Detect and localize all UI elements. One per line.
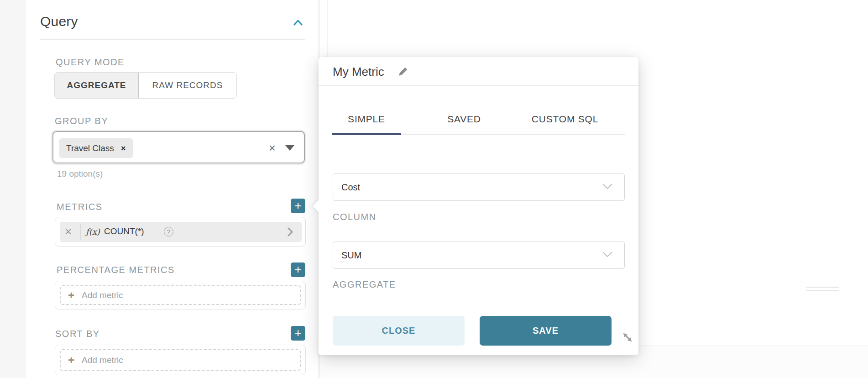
aggregate-value: SUM xyxy=(341,250,602,261)
left-gutter xyxy=(0,0,26,378)
percentage-metrics-container: + Add metric xyxy=(55,281,306,310)
query-control-panel: Query QUERY MODE AGGREGATE RAW RECORDS G… xyxy=(26,0,319,378)
metric-popover-tabs: SIMPLE SAVED CUSTOM SQL xyxy=(319,103,638,137)
metrics-label: METRICS xyxy=(57,202,103,212)
fx-icon: ƒ(x) xyxy=(86,227,100,236)
drag-handle-bar xyxy=(806,287,839,288)
metrics-container: × ƒ(x) COUNT(*) ? xyxy=(55,217,306,247)
query-mode-label: QUERY MODE xyxy=(56,57,125,68)
aggregate-button[interactable]: AGGREGATE xyxy=(55,73,139,98)
group-by-label: GROUP BY xyxy=(55,116,108,126)
add-percentage-metric-button[interactable]: + xyxy=(291,262,305,277)
plus-icon: + xyxy=(294,327,301,339)
metric-name: COUNT(*) xyxy=(104,226,144,236)
metric-item[interactable]: × ƒ(x) COUNT(*) ? xyxy=(60,222,302,242)
chevron-down-icon xyxy=(602,251,612,259)
remove-tag-icon[interactable]: × xyxy=(121,144,126,152)
sort-by-add-metric-dropzone[interactable]: + Add metric xyxy=(60,349,301,371)
sort-by-label: SORT BY xyxy=(55,329,100,339)
pill-divider xyxy=(80,224,81,240)
section-divider xyxy=(40,39,305,40)
tab-simple[interactable]: SIMPLE xyxy=(332,108,401,130)
plus-icon: + xyxy=(294,263,301,275)
column-label: COLUMN xyxy=(333,212,376,222)
close-button[interactable]: CLOSE xyxy=(333,316,465,346)
help-icon[interactable]: ? xyxy=(164,227,173,236)
aggregate-select[interactable]: SUM xyxy=(333,242,625,269)
save-button[interactable]: SAVE xyxy=(480,316,612,346)
pill-divider xyxy=(280,224,280,240)
caret-down-icon[interactable] xyxy=(285,145,294,151)
options-count: 19 option(s) xyxy=(57,169,103,179)
plus-icon: + xyxy=(68,290,74,301)
plus-icon: + xyxy=(294,200,301,211)
group-by-select[interactable]: Travel Class × × xyxy=(52,131,305,163)
resize-icon[interactable] xyxy=(621,331,634,344)
popover-header-divider xyxy=(319,85,638,86)
chevron-down-icon xyxy=(602,183,612,191)
sort-by-container: + Add metric xyxy=(55,345,306,375)
raw-records-button[interactable]: RAW RECORDS xyxy=(139,73,236,98)
chevron-right-icon[interactable] xyxy=(287,227,293,237)
chart-builder-screen: Query QUERY MODE AGGREGATE RAW RECORDS G… xyxy=(0,0,868,378)
tag-label: Travel Class xyxy=(66,143,114,153)
column-select[interactable]: Cost xyxy=(333,173,625,201)
tab-custom-sql[interactable]: CUSTOM SQL xyxy=(522,108,608,130)
popover-title: My Metric xyxy=(333,65,384,79)
metric-edit-popover: My Metric SIMPLE SAVED CUSTOM SQL COLUMN… xyxy=(319,57,638,355)
percentage-add-metric-dropzone[interactable]: + Add metric xyxy=(60,285,301,305)
percentage-metrics-label: PERCENTAGE METRICS xyxy=(57,265,175,275)
aggregate-label: AGGREGATE xyxy=(333,279,396,290)
add-sort-by-button[interactable]: + xyxy=(291,326,305,341)
collapse-section-button[interactable] xyxy=(293,19,303,26)
chevron-up-icon xyxy=(293,20,303,28)
plus-icon: + xyxy=(68,355,74,366)
drag-handle-bar xyxy=(806,290,839,291)
drag-handle[interactable] xyxy=(806,287,839,291)
query-mode-segmented-control: AGGREGATE RAW RECORDS xyxy=(54,72,237,99)
clear-selection-icon[interactable]: × xyxy=(269,142,276,154)
query-section-title: Query xyxy=(40,14,78,29)
add-metric-button[interactable]: + xyxy=(291,199,305,213)
travel-class-tag[interactable]: Travel Class × xyxy=(59,138,133,158)
add-metric-placeholder: Add metric xyxy=(82,290,123,300)
tab-saved[interactable]: SAVED xyxy=(429,108,499,130)
pencil-icon[interactable] xyxy=(397,66,409,78)
column-value: Cost xyxy=(341,182,602,193)
add-metric-placeholder: Add metric xyxy=(82,355,123,365)
tab-ink-bar xyxy=(332,133,401,135)
remove-metric-icon[interactable]: × xyxy=(65,226,72,237)
